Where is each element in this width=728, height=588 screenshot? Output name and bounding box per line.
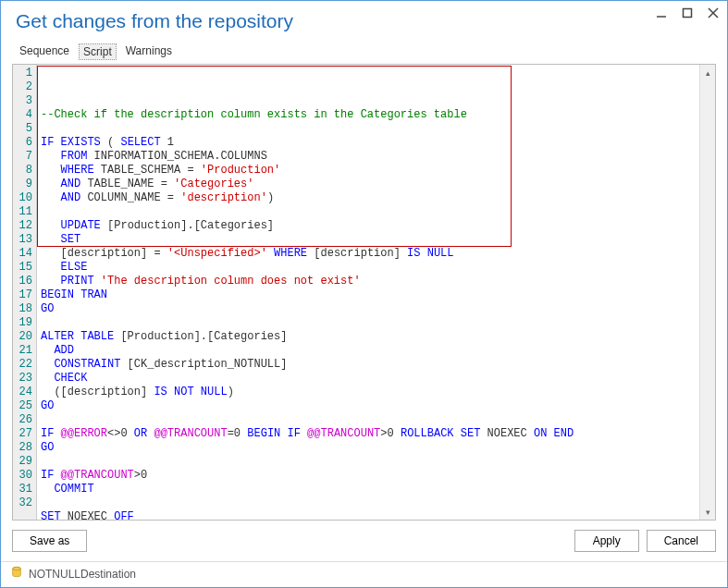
scroll-up-arrow[interactable]: ▴	[700, 65, 715, 80]
line-number: 8	[15, 164, 32, 178]
code-line[interactable]: CHECK	[41, 372, 715, 386]
code-line[interactable]	[41, 496, 715, 510]
line-number: 29	[15, 455, 32, 469]
code-line[interactable]: UPDATE [Production].[Categories]	[41, 219, 715, 233]
status-destination: NOTNULLDestination	[29, 568, 136, 581]
code-line[interactable]: [description] = '<Unspecified>' WHERE [d…	[41, 247, 715, 261]
code-line[interactable]: PRINT 'The description column does not e…	[41, 275, 715, 288]
line-number: 22	[15, 358, 32, 372]
line-number: 17	[15, 288, 32, 302]
code-line[interactable]: IF @@ERROR<>0 OR @@TRANCOUNT=0 BEGIN IF …	[41, 427, 715, 441]
code-line[interactable]: WHERE TABLE_SCHEMA = 'Production'	[41, 164, 715, 178]
code-line[interactable]	[41, 413, 715, 427]
line-number: 12	[15, 219, 32, 233]
minimize-icon[interactable]	[655, 6, 668, 19]
tab-sequence[interactable]: Sequence	[16, 43, 73, 60]
line-number: 10	[15, 191, 32, 205]
line-number: 4	[15, 108, 32, 122]
line-gutter: 1234567891011121314151617181920212223242…	[13, 65, 37, 520]
code-line[interactable]: FROM INFORMATION_SCHEMA.COLUMNS	[41, 150, 715, 164]
save-as-button[interactable]: Save as	[12, 530, 87, 552]
apply-button[interactable]: Apply	[574, 530, 639, 552]
tab-script[interactable]: Script	[79, 43, 117, 60]
window-controls	[655, 6, 720, 19]
maximize-icon[interactable]	[681, 6, 694, 19]
line-number: 27	[15, 427, 32, 441]
line-number: 32	[15, 496, 32, 510]
line-number: 6	[15, 136, 32, 150]
line-number: 5	[15, 122, 32, 136]
line-number: 30	[15, 469, 32, 483]
code-line[interactable]: ([description] IS NOT NULL)	[41, 386, 715, 399]
code-line[interactable]: IF @@TRANCOUNT>0	[41, 469, 715, 483]
code-editor[interactable]: 1234567891011121314151617181920212223242…	[12, 64, 716, 521]
code-line[interactable]: COMMIT	[41, 483, 715, 496]
line-number: 21	[15, 344, 32, 358]
line-number: 7	[15, 150, 32, 164]
code-area[interactable]: --Check if the description column exists…	[37, 65, 715, 520]
tab-bar: Sequence Script Warnings	[1, 36, 727, 60]
code-line[interactable]: GO	[41, 399, 715, 413]
svg-rect-1	[684, 9, 692, 18]
line-number: 11	[15, 205, 32, 219]
code-line[interactable]: GO	[41, 302, 715, 316]
line-number: 25	[15, 399, 32, 413]
code-line[interactable]: SET	[41, 233, 715, 247]
line-number: 26	[15, 413, 32, 427]
line-number: 28	[15, 441, 32, 455]
code-line[interactable]: GO	[41, 441, 715, 455]
code-line[interactable]	[41, 455, 715, 469]
scroll-down-arrow[interactable]: ▾	[700, 504, 715, 520]
close-icon[interactable]	[707, 6, 720, 19]
page-title: Get changes from the repository	[16, 10, 293, 32]
code-line[interactable]	[41, 316, 715, 330]
database-icon	[10, 566, 23, 582]
code-line[interactable]: CONSTRAINT [CK_description_NOTNULL]	[41, 358, 715, 372]
code-line[interactable]: SET NOEXEC OFF	[41, 510, 715, 520]
line-number: 13	[15, 233, 32, 247]
line-number: 15	[15, 261, 32, 275]
line-number: 9	[15, 178, 32, 191]
line-number: 24	[15, 386, 32, 399]
code-line[interactable]: AND TABLE_NAME = 'Categories'	[41, 178, 715, 191]
code-line[interactable]: IF EXISTS ( SELECT 1	[41, 136, 715, 150]
code-line[interactable]: ADD	[41, 344, 715, 358]
line-number: 1	[15, 67, 32, 80]
tab-warnings[interactable]: Warnings	[122, 43, 176, 60]
vertical-scrollbar[interactable]: ▴ ▾	[699, 65, 715, 520]
code-line[interactable]: ELSE	[41, 261, 715, 275]
code-line[interactable]: AND COLUMN_NAME = 'description')	[41, 191, 715, 205]
line-number: 31	[15, 483, 32, 496]
line-number: 16	[15, 275, 32, 288]
code-line[interactable]	[41, 205, 715, 219]
line-number: 3	[15, 94, 32, 108]
code-line[interactable]: BEGIN TRAN	[41, 288, 715, 302]
code-line[interactable]: ALTER TABLE [Production].[Categories]	[41, 330, 715, 344]
line-number: 2	[15, 80, 32, 94]
line-number: 18	[15, 302, 32, 316]
line-number: 19	[15, 316, 32, 330]
code-line[interactable]	[41, 122, 715, 136]
line-number: 14	[15, 247, 32, 261]
status-bar: NOTNULLDestination	[1, 562, 727, 587]
cancel-button[interactable]: Cancel	[647, 530, 716, 552]
line-number: 20	[15, 330, 32, 344]
button-bar: Save as Apply Cancel	[1, 521, 727, 562]
code-line[interactable]: --Check if the description column exists…	[41, 108, 715, 122]
line-number: 23	[15, 372, 32, 386]
